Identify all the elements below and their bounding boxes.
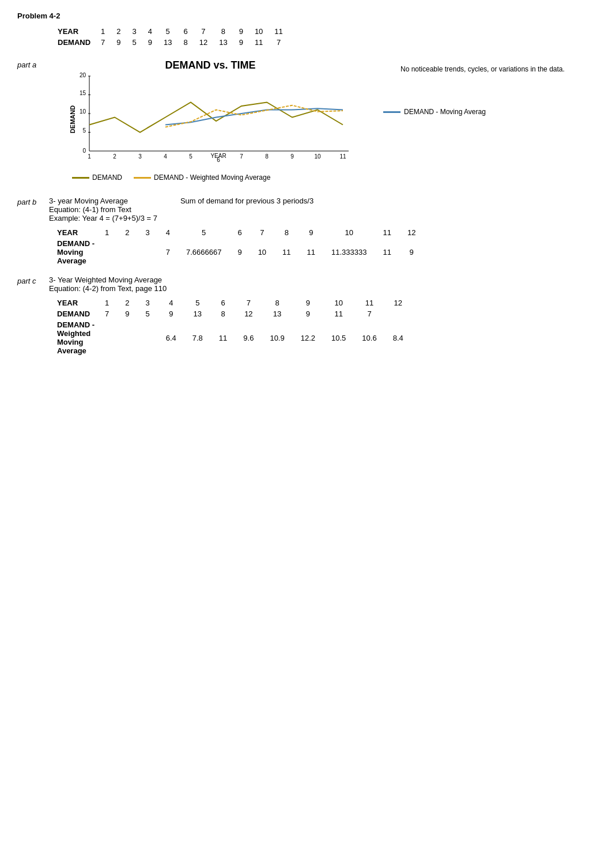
weighted-line-icon [134, 177, 151, 179]
c-year-3: 3 [137, 297, 157, 308]
svg-text:15: 15 [80, 90, 86, 96]
b-year-label: YEAR [49, 227, 97, 238]
svg-text:7: 7 [240, 153, 243, 160]
c-year-6: 6 [211, 297, 235, 308]
b-year-12: 12 [399, 227, 424, 238]
demand-6: 8 [177, 37, 193, 48]
b-ma-8: 11 [274, 238, 299, 266]
c-year-5: 5 [184, 297, 211, 308]
top-data-table: YEAR 1 2 3 4 5 6 7 8 9 10 11 DEMAND 7 9 … [52, 26, 595, 48]
c-wma-label: DEMAND - Weighted Moving Average [49, 319, 97, 356]
svg-text:YEAR: YEAR [210, 153, 226, 159]
c-year-1: 1 [97, 297, 117, 308]
moving-line-icon [383, 111, 401, 113]
demand-8: 13 [213, 37, 233, 48]
chart-svg: 0 5 10 15 20 DEMAND 1 [49, 76, 372, 170]
part-b-title: 3- year Moving Average [49, 197, 157, 205]
part-b-example: Example: Year 4 = (7+9+5)/3 = 7 [49, 214, 157, 222]
b-ma-1 [97, 238, 117, 266]
legend-moving: DEMAND - Moving Averag [383, 108, 565, 116]
year-8: 8 [213, 26, 233, 37]
demand-7: 12 [194, 37, 213, 48]
part-a-label: part a [17, 59, 49, 69]
b-year-5: 5 [178, 227, 229, 238]
c-year-7: 7 [235, 297, 262, 308]
chart-legend: DEMAND DEMAND - Weighted Moving Average [72, 173, 372, 182]
c-demand-2: 9 [117, 308, 137, 319]
part-b-sum-desc: Sum of demand for previous 3 periods/3 [180, 197, 313, 205]
demand-4: 9 [142, 37, 158, 48]
part-b-desc: 3- year Moving Average Equation: (4-1) f… [49, 197, 157, 222]
legend-demand: DEMAND [72, 173, 122, 182]
chart-note: No noticeable trends, cycles, or variati… [401, 65, 565, 73]
part-a-section: part a DEMAND vs. TIME 0 5 10 [17, 59, 595, 187]
demand-2: 9 [111, 37, 126, 48]
part-a-content: DEMAND vs. TIME 0 5 10 15 20 [49, 59, 595, 187]
c-demand-6: 8 [211, 308, 235, 319]
c-wma-12: 8.4 [385, 319, 411, 356]
year-9: 9 [233, 26, 249, 37]
c-wma-6: 11 [211, 319, 235, 356]
c-demand-label: DEMAND [49, 308, 97, 319]
b-ma-2 [117, 238, 137, 266]
b-demand-label: DEMAND - Moving Average [49, 238, 97, 266]
demand-5: 13 [158, 37, 177, 48]
svg-text:8: 8 [265, 153, 269, 160]
demand-3: 5 [127, 37, 142, 48]
year-11: 11 [269, 26, 288, 37]
c-wma-8: 10.9 [262, 319, 292, 356]
c-demand-9: 9 [293, 308, 323, 319]
c-year-10: 10 [323, 297, 354, 308]
b-year-10: 10 [323, 227, 375, 238]
c-wma-1 [97, 319, 117, 356]
svg-text:4: 4 [164, 153, 167, 160]
year-2: 2 [111, 26, 126, 37]
c-year-9: 9 [293, 297, 323, 308]
c-year-8: 8 [262, 297, 292, 308]
b-ma-11: 11 [375, 238, 399, 266]
c-demand-4: 9 [158, 308, 184, 319]
b-year-3: 3 [137, 227, 157, 238]
legend-demand-label: DEMAND [92, 173, 122, 182]
part-c-section: part c 3- Year Weighted Moving Average E… [17, 276, 595, 356]
svg-text:10: 10 [314, 153, 321, 160]
part-c-content: 3- Year Weighted Moving Average Equation… [49, 276, 595, 356]
part-b-table: YEAR 1 2 3 4 5 6 7 8 9 10 11 12 DEMAND -… [49, 227, 424, 266]
c-demand-8: 13 [262, 308, 292, 319]
b-year-9: 9 [299, 227, 323, 238]
chart-title: DEMAND vs. TIME [49, 59, 372, 71]
demand-11: 7 [269, 37, 288, 48]
demand-10: 11 [249, 37, 269, 48]
c-wma-10: 10.5 [323, 319, 354, 356]
part-b-header: 3- year Moving Average Equation: (4-1) f… [49, 197, 595, 222]
demand-label: DEMAND [52, 37, 95, 48]
svg-text:0: 0 [82, 148, 86, 154]
b-year-8: 8 [274, 227, 299, 238]
c-demand-10: 11 [323, 308, 354, 319]
c-wma-11: 10.6 [354, 319, 384, 356]
c-wma-5: 7.8 [184, 319, 211, 356]
svg-text:DEMAND: DEMAND [69, 105, 76, 133]
c-demand-11: 7 [354, 308, 384, 319]
c-year-4: 4 [158, 297, 184, 308]
part-c-title: 3- Year Weighted Moving Average [49, 276, 595, 284]
c-wma-4: 6.4 [158, 319, 184, 356]
svg-text:5: 5 [82, 127, 86, 134]
svg-text:1: 1 [88, 153, 91, 160]
part-b-section: part b 3- year Moving Average Equation: … [17, 197, 595, 266]
part-b-label: part b [17, 197, 49, 206]
year-1: 1 [95, 26, 111, 37]
year-3: 3 [127, 26, 142, 37]
c-year-12: 12 [385, 297, 411, 308]
svg-text:3: 3 [138, 153, 142, 160]
b-year-2: 2 [117, 227, 137, 238]
problem-title: Problem 4-2 [17, 12, 595, 20]
b-ma-7: 10 [250, 238, 274, 266]
c-demand-5: 13 [184, 308, 211, 319]
legend-weighted: DEMAND - Weighted Moving Average [134, 173, 270, 182]
year-6: 6 [177, 26, 193, 37]
part-b-equation: Equation: (4-1) from Text [49, 205, 157, 214]
b-year-11: 11 [375, 227, 399, 238]
b-year-4: 4 [158, 227, 178, 238]
c-year-11: 11 [354, 297, 384, 308]
